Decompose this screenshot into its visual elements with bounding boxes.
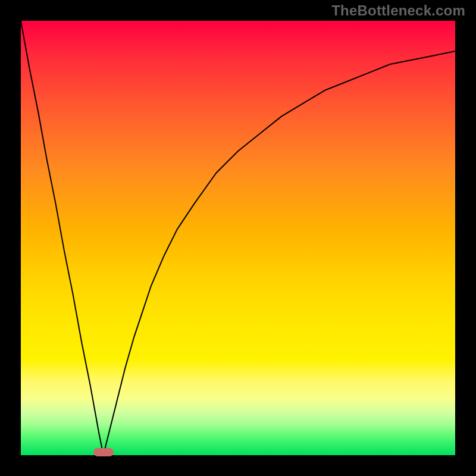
low-point-marker [93, 448, 114, 456]
chart-frame: TheBottleneck.com [0, 0, 476, 476]
curve-svg [21, 21, 455, 455]
curve-path [21, 21, 455, 455]
watermark-text: TheBottleneck.com [331, 2, 465, 19]
plot-area [21, 21, 455, 455]
